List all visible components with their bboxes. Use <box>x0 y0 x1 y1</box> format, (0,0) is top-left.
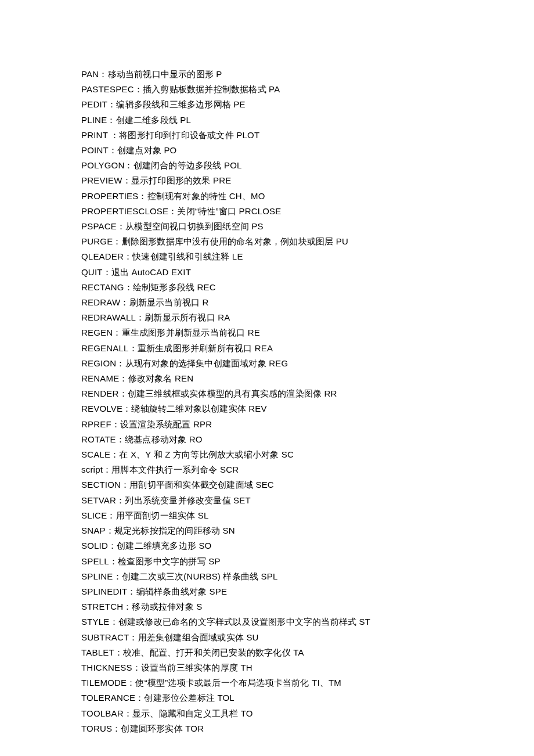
command-line: RENDER：创建三维线框或实体模型的具有真实感的渲染图像 RR <box>81 386 534 401</box>
command-line: SPLINE：创建二次或三次(NURBS) 样条曲线 SPL <box>81 569 534 584</box>
command-line: QUIT：退出 AutoCAD EXIT <box>81 265 534 280</box>
command-line: REDRAWALL：刷新显示所有视口 RA <box>81 310 534 325</box>
command-line: THICKNESS：设置当前三维实体的厚度 TH <box>81 660 534 675</box>
command-line: STRETCH：移动或拉伸对象 S <box>81 599 534 614</box>
command-line: SNAP：规定光标按指定的间距移动 SN <box>81 523 534 538</box>
command-line: PRINT ：将图形打印到打印设备或文件 PLOT <box>81 128 534 143</box>
document-content: PAN：移动当前视口中显示的图形 PPASTESPEC：插入剪贴板数据并控制数据… <box>81 67 534 736</box>
command-line: TOLERANCE：创建形位公差标注 TOL <box>81 690 534 705</box>
command-line: STYLE：创建或修改已命名的文字样式以及设置图形中文字的当前样式 ST <box>81 614 534 629</box>
command-line: TILEMODE：使“模型”选项卡或最后一个布局选项卡当前化 TI、TM <box>81 675 534 690</box>
command-line: POINT：创建点对象 PO <box>81 143 534 158</box>
command-line: REGENALL：重新生成图形并刷新所有视口 REA <box>81 341 534 356</box>
command-line: script：用脚本文件执行一系列命令 SCR <box>81 462 534 477</box>
command-line: TABLET：校准、配置、打开和关闭已安装的数字化仪 TA <box>81 645 534 660</box>
command-line: ROTATE：绕基点移动对象 RO <box>81 432 534 447</box>
command-line: PEDIT：编辑多段线和三维多边形网格 PE <box>81 97 534 112</box>
command-line: SUBTRACT：用差集创建组合面域或实体 SU <box>81 630 534 645</box>
command-line: QLEADER：快速创建引线和引线注释 LE <box>81 249 534 264</box>
command-line: SPLINEDIT：编辑样条曲线对象 SPE <box>81 584 534 599</box>
command-line: REGION：从现有对象的选择集中创建面域对象 REG <box>81 356 534 371</box>
command-line: REGEN：重生成图形并刷新显示当前视口 RE <box>81 325 534 340</box>
command-line: PROPERTIESCLOSE：关闭“特性”窗口 PRCLOSE <box>81 204 534 219</box>
command-line: PLINE：创建二维多段线 PL <box>81 113 534 128</box>
command-line: REDRAW：刷新显示当前视口 R <box>81 295 534 310</box>
command-line: PURGE：删除图形数据库中没有使用的命名对象，例如块或图层 PU <box>81 234 534 249</box>
command-line: SLICE：用平面剖切一组实体 SL <box>81 508 534 523</box>
command-line: SPELL：检查图形中文字的拼写 SP <box>81 554 534 569</box>
command-line: RECTANG：绘制矩形多段线 REC <box>81 280 534 295</box>
command-line: SETVAR：列出系统变量并修改变量值 SET <box>81 493 534 508</box>
command-line: PAN：移动当前视口中显示的图形 P <box>81 67 534 82</box>
command-line: PROPERTIES：控制现有对象的特性 CH、MO <box>81 189 534 204</box>
command-line: SCALE：在 X、Y 和 Z 方向等比例放大或缩小对象 SC <box>81 447 534 462</box>
command-line: PREVIEW：显示打印图形的效果 PRE <box>81 173 534 188</box>
command-line: SOLID：创建二维填充多边形 SO <box>81 538 534 553</box>
command-line: RENAME：修改对象名 REN <box>81 371 534 386</box>
command-line: PASTESPEC：插入剪贴板数据并控制数据格式 PA <box>81 82 534 97</box>
command-line: TORUS：创建圆环形实体 TOR <box>81 721 534 736</box>
command-line: PSPACE：从模型空间视口切换到图纸空间 PS <box>81 219 534 234</box>
command-line: POLYGON：创建闭合的等边多段线 POL <box>81 158 534 173</box>
command-line: RPREF：设置渲染系统配置 RPR <box>81 417 534 432</box>
command-line: SECTION：用剖切平面和实体截交创建面域 SEC <box>81 477 534 492</box>
command-line: REVOLVE：绕轴旋转二维对象以创建实体 REV <box>81 401 534 416</box>
command-line: TOOLBAR：显示、隐藏和自定义工具栏 TO <box>81 706 534 721</box>
